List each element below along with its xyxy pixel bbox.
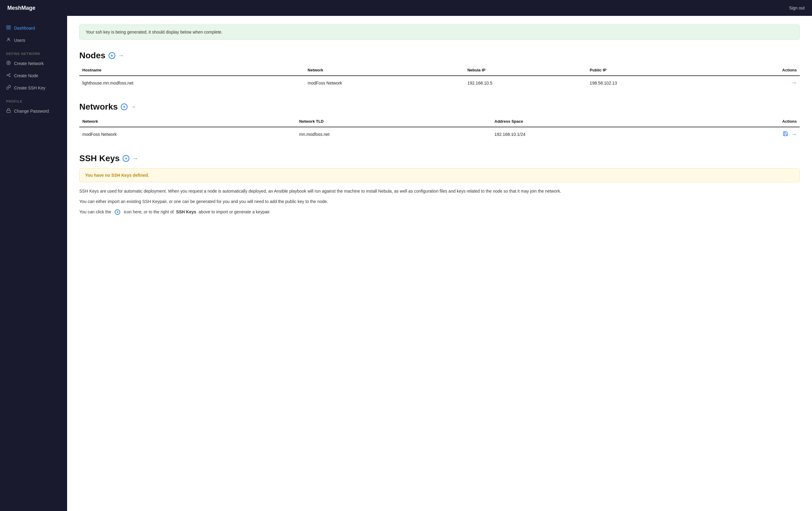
svg-rect-0 [7,26,8,27]
nodes-section: Nodes + → Hostname Network Nebula IP Pub… [79,51,800,90]
nodes-section-header: Nodes + → [79,51,800,60]
nodes-title: Nodes [79,51,106,60]
ssh-desc-3-suffix: icon here, or to the right of [124,209,174,214]
network-tld: mn.modfoss.net [296,127,491,141]
network-action-arrow[interactable]: → [791,131,797,138]
ssh-keys-title: SSH Keys [79,154,120,163]
create-ssh-key-icon [6,85,11,91]
nodes-add-button[interactable]: + [109,52,115,59]
ssh-keys-nav-arrow[interactable]: → [133,155,138,162]
ssh-description-1: SSH Keys are used for automatic deployme… [79,188,800,195]
profile-label: PROFILE [0,94,67,105]
networks-col-network: Network [79,116,296,127]
networks-col-address: Address Space [491,116,689,127]
networks-col-tld: Network TLD [296,116,491,127]
sidebar-item-create-ssh-key[interactable]: Create SSH Key [0,82,67,94]
change-password-icon [6,108,11,114]
network-save-icon[interactable] [783,131,788,138]
networks-nav-arrow[interactable]: → [130,104,136,110]
ssh-description-2: You can either import an existing SSH Ke… [79,198,800,206]
main-content: Your ssh key is being generated, it shou… [67,16,812,511]
svg-line-11 [8,75,9,76]
ssh-desc-3-end: above to import or generate a keypair. [199,209,270,214]
ssh-desc-3-prefix: You can click the [79,209,111,214]
nodes-col-hostname: Hostname [79,65,305,76]
sidebar-item-dashboard-label: Dashboard [14,26,35,30]
sidebar-item-create-network-label: Create Network [14,61,44,66]
nodes-nav-arrow[interactable]: → [118,53,124,59]
ssh-keys-add-button[interactable]: + [123,155,129,162]
signout-button[interactable]: Sign out [789,5,805,10]
ssh-keys-section-header: SSH Keys + → [79,154,800,163]
table-row: modFoss Network mn.modfoss.net 192.168.1… [79,127,800,141]
network-address-space: 192.168.10.1/24 [491,127,689,141]
networks-section: Networks + → Network Network TLD Address… [79,102,800,141]
svg-point-6 [8,62,9,63]
app-title: MeshMage [7,5,35,11]
sidebar-item-create-node-label: Create Node [14,73,38,78]
create-network-icon [6,60,11,66]
sidebar-item-change-password-label: Change Password [14,109,49,113]
sidebar-item-users[interactable]: Users [0,34,67,46]
svg-rect-3 [7,28,8,29]
node-hostname: lighthouse.mn.modfoss.net [79,76,305,90]
node-nebula-ip: 192.168.10.5 [464,76,587,90]
sidebar-item-create-network[interactable]: Create Network [0,57,67,70]
svg-point-9 [9,76,10,77]
node-network: modFoss Network [305,76,465,90]
nodes-table: Hostname Network Nebula IP Public IP Act… [79,65,800,90]
svg-rect-1 [9,26,10,27]
node-public-ip: 198.58.102.13 [587,76,718,90]
alert-text: Your ssh key is being generated, it shou… [86,30,223,34]
ssh-desc-3-bold: SSH Keys [176,209,196,214]
users-icon [6,37,11,43]
sidebar-item-users-label: Users [14,38,25,43]
dashboard-icon [6,25,11,31]
svg-rect-2 [9,28,10,29]
alert-banner: Your ssh key is being generated, it shou… [79,24,800,40]
create-node-icon [6,73,11,79]
nodes-col-public-ip: Public IP [587,65,718,76]
networks-table: Network Network TLD Address Space Action… [79,116,800,141]
svg-point-5 [7,61,10,65]
networks-title: Networks [79,102,118,112]
ssh-keys-warning-text: You have no SSH Keys defined. [85,173,149,178]
networks-col-actions: Actions [689,116,800,127]
ssh-keys-section: SSH Keys + → You have no SSH Keys define… [79,154,800,216]
ssh-description-3: You can click the + icon here, or to the… [79,209,800,216]
svg-line-10 [8,74,9,75]
svg-point-8 [9,74,10,75]
nodes-col-actions: Actions [718,65,800,76]
sidebar-item-change-password[interactable]: Change Password [0,105,67,117]
svg-point-7 [7,75,8,76]
nodes-col-network: Network [305,65,465,76]
table-row: lighthouse.mn.modfoss.net modFoss Networ… [79,76,800,90]
sidebar: Dashboard Users DEFINE NETWORK Create Ne… [0,16,67,511]
networks-add-button[interactable]: + [121,104,127,110]
ssh-keys-warning: You have no SSH Keys defined. [79,168,800,182]
sidebar-item-create-node[interactable]: Create Node [0,70,67,82]
networks-section-header: Networks + → [79,102,800,112]
sidebar-item-dashboard[interactable]: Dashboard [0,22,67,34]
define-network-label: DEFINE NETWORK [0,46,67,57]
node-action-arrow[interactable]: → [791,80,797,86]
ssh-add-inline-icon[interactable]: + [115,209,120,215]
svg-point-4 [8,38,9,40]
network-name: modFoss Network [79,127,296,141]
svg-rect-12 [7,110,10,112]
nodes-col-nebula-ip: Nebula IP [464,65,587,76]
sidebar-item-create-ssh-key-label: Create SSH Key [14,85,46,90]
topbar: MeshMage Sign out [0,0,812,16]
